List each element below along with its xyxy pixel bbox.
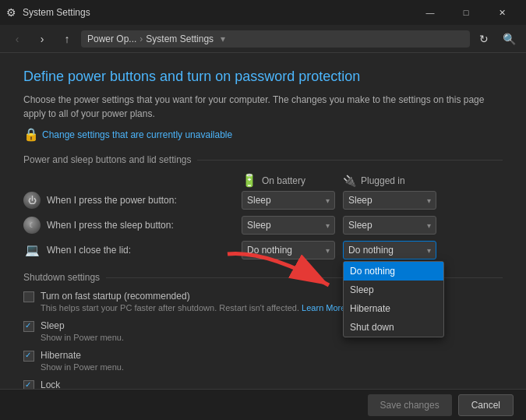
refresh-button[interactable]: ↻	[473, 28, 495, 50]
option-do-nothing[interactable]: Do nothing	[344, 262, 443, 281]
titlebar-title: System Settings	[23, 7, 406, 18]
lid-row: 💻 When I close the lid: Do nothing ▾ Do …	[23, 241, 503, 259]
learn-more-link[interactable]: Learn More	[302, 303, 345, 312]
lock-checkbox[interactable]	[23, 380, 34, 389]
sleep-battery-dropdown[interactable]: Sleep ▾	[242, 216, 335, 235]
power-buttons-section-header: Power and sleep buttons and lid settings	[23, 154, 503, 165]
power-battery-dropdown[interactable]: Sleep ▾	[242, 191, 335, 210]
battery-icon: 🔋	[242, 173, 257, 188]
main-content: Define power buttons and turn on passwor…	[0, 53, 526, 389]
dropdown-arrow-open-icon: ▾	[427, 246, 431, 255]
sleep-plugged-dropdown[interactable]: Sleep ▾	[343, 216, 436, 235]
lid-icon: 💻	[23, 242, 41, 259]
breadcrumb-chevron-icon: ▾	[217, 33, 229, 45]
forward-button[interactable]: ›	[31, 28, 53, 50]
dropdown-arrow-icon: ▾	[427, 221, 431, 230]
page-title: Define power buttons and turn on passwor…	[23, 69, 503, 85]
up-button[interactable]: ↑	[56, 28, 78, 50]
plug-icon: 🔌	[343, 175, 356, 187]
lid-dropdown-popup: Do nothing Sleep Hibernate Shut down	[343, 261, 444, 337]
option-hibernate[interactable]: Hibernate	[344, 299, 443, 318]
sleep-icon: ☾	[23, 217, 41, 234]
power-plugged-dropdown[interactable]: Sleep ▾	[343, 191, 436, 210]
lid-battery-dropdown[interactable]: Do nothing ▾	[242, 241, 335, 259]
cancel-button[interactable]: Cancel	[458, 394, 514, 416]
titlebar: ⚙ System Settings — □ ✕	[0, 0, 526, 25]
sleep-checkbox[interactable]	[23, 321, 34, 332]
lid-plugged-dropdown[interactable]: Do nothing ▾ Do nothing Sleep Hibernate …	[343, 241, 436, 259]
plugged-header: 🔌 Plugged in	[343, 175, 444, 187]
titlebar-controls: — □ ✕	[412, 0, 520, 25]
breadcrumb-part1: Power Op...	[87, 34, 136, 44]
dropdown-arrow-icon: ▾	[326, 196, 330, 205]
titlebar-icon: ⚙	[6, 6, 16, 19]
maximize-button[interactable]: □	[448, 0, 484, 25]
dropdown-arrow-icon: ▾	[326, 221, 330, 230]
hibernate-item: Hibernate Show in Power menu.	[23, 350, 503, 372]
change-settings-link[interactable]: 🔒 Change settings that are currently una…	[23, 127, 503, 142]
power-button-row: ⏻ When I press the power button: Sleep ▾…	[23, 191, 503, 210]
breadcrumb-separator: ›	[139, 34, 143, 44]
option-sleep[interactable]: Sleep	[344, 281, 443, 299]
navbar: ‹ › ↑ Power Op... › System Settings ▾ ↻ …	[0, 25, 526, 53]
breadcrumb[interactable]: Power Op... › System Settings ▾	[81, 30, 470, 48]
breadcrumb-part2: System Settings	[146, 34, 214, 44]
power-icon: ⏻	[23, 192, 41, 209]
minimize-button[interactable]: —	[412, 0, 448, 25]
option-shut-down[interactable]: Shut down	[344, 318, 443, 337]
save-button[interactable]: Save changes	[368, 394, 452, 416]
power-table: 🔋 On battery 🔌 Plugged in ⏻ When I press…	[23, 173, 503, 259]
fast-startup-checkbox[interactable]	[23, 291, 34, 302]
power-table-header: 🔋 On battery 🔌 Plugged in	[23, 173, 503, 188]
search-button[interactable]: 🔍	[498, 28, 520, 50]
bottom-bar: Save changes Cancel	[0, 389, 526, 420]
sleep-button-row: ☾ When I press the sleep button: Sleep ▾…	[23, 216, 503, 235]
close-button[interactable]: ✕	[484, 0, 520, 25]
back-button[interactable]: ‹	[6, 28, 28, 50]
page-description: Choose the power settings that you want …	[23, 93, 503, 121]
lock-item: Lock Show in account picture menu.	[23, 379, 503, 389]
battery-header: 🔋 On battery	[242, 173, 343, 188]
dropdown-arrow-icon: ▾	[427, 196, 431, 205]
hibernate-checkbox[interactable]	[23, 351, 34, 362]
dropdown-arrow-icon: ▾	[326, 246, 330, 255]
